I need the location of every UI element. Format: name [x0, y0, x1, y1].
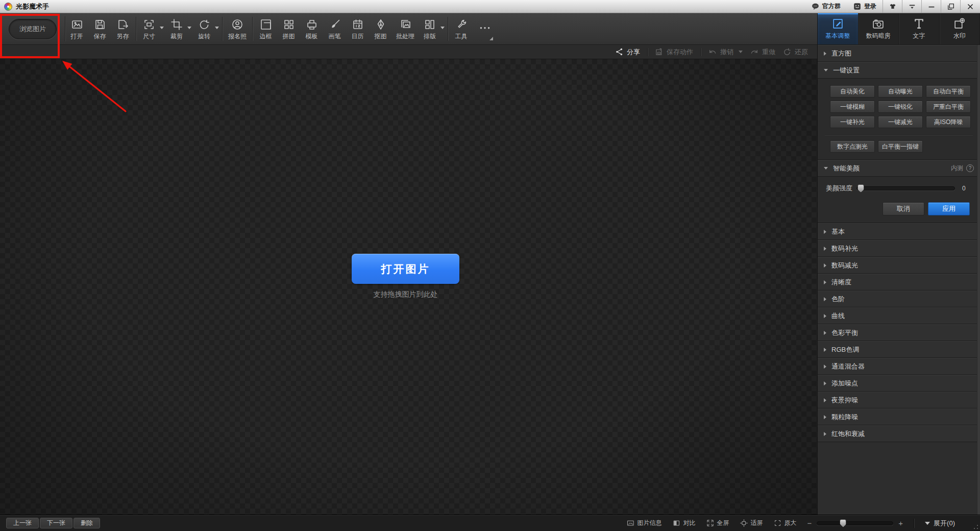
fit-screen-icon — [740, 519, 748, 527]
one-key-dim-light-button[interactable]: 一键减光 — [878, 116, 923, 128]
browse-images-button[interactable]: 浏览图片 — [9, 19, 57, 39]
share-button[interactable]: 分享 — [615, 47, 640, 57]
rotate-button[interactable]: 旋转 — [193, 13, 220, 44]
tab-basic-adjust[interactable]: 基本调整 — [818, 13, 859, 44]
more-tools-button[interactable] — [473, 13, 497, 44]
minimize-button[interactable] — [922, 0, 941, 13]
section-grain-denoise[interactable]: 颗粒降噪 — [818, 408, 980, 425]
crop-label: 裁剪 — [170, 32, 183, 41]
high-iso-denoise-button[interactable]: 高ISO降噪 — [926, 116, 971, 128]
cancel-button[interactable]: 取消 — [883, 202, 924, 215]
severe-white-balance-button[interactable]: 严重白平衡 — [926, 101, 971, 113]
zoom-in-button[interactable]: + — [898, 519, 903, 527]
camera-icon — [872, 17, 885, 30]
auto-exposure-button[interactable]: 自动曝光 — [878, 85, 923, 98]
auto-beautify-button[interactable]: 自动美化 — [830, 85, 875, 98]
actual-size-button[interactable]: 原大 — [774, 519, 797, 527]
resize-grip[interactable] — [973, 524, 978, 529]
resize-button[interactable]: 尺寸 — [138, 13, 165, 44]
login-button[interactable]: 登录 — [847, 0, 883, 13]
skin-button[interactable] — [883, 0, 902, 13]
calendar-button[interactable]: 日历 — [346, 13, 369, 44]
collage-button[interactable]: 拼图 — [277, 13, 300, 44]
tools-button[interactable]: 工具 — [450, 13, 473, 44]
help-icon[interactable]: ? — [966, 164, 974, 172]
section-channel-mixer[interactable]: 通道混合器 — [818, 358, 980, 375]
tab-text[interactable]: 文字 — [899, 13, 940, 44]
cutout-button[interactable]: 抠图 — [369, 13, 392, 44]
template-button[interactable]: 模板 — [300, 13, 323, 44]
chevron-down-icon[interactable] — [215, 27, 219, 29]
brush-button[interactable]: 画笔 — [323, 13, 346, 44]
section-digital-dim-light[interactable]: 数码减光 — [818, 257, 980, 274]
template-label: 模板 — [306, 32, 318, 41]
one-key-blur-button[interactable]: 一键模糊 — [830, 101, 875, 113]
batch-button[interactable]: 批处理 — [392, 13, 419, 44]
section-quick-settings[interactable]: 一键设置 — [818, 62, 980, 79]
official-group-button[interactable]: 官方群 — [805, 0, 847, 13]
zoom-out-button[interactable]: − — [807, 519, 812, 527]
crop-button[interactable]: 裁剪 — [165, 13, 193, 44]
digital-spot-metering-button[interactable]: 数字点测光 — [830, 140, 875, 153]
fit-screen-button[interactable]: 适屏 — [740, 519, 763, 527]
section-add-noise[interactable]: 添加噪点 — [818, 375, 980, 392]
save-as-button[interactable]: 另存 — [111, 13, 134, 44]
one-key-fill-light-button[interactable]: 一键补光 — [830, 116, 875, 128]
main-menu-button[interactable] — [902, 0, 922, 13]
zoom-slider[interactable] — [817, 521, 893, 525]
one-key-sharpen-button[interactable]: 一键锐化 — [878, 101, 923, 113]
id-photo-button[interactable]: 报名照 — [224, 13, 251, 44]
open-image-button[interactable]: 打开图片 — [352, 254, 459, 284]
white-balance-one-touch-button[interactable]: 白平衡一指键 — [878, 140, 923, 153]
compare-button[interactable]: 对比 — [673, 519, 696, 527]
border-label: 边框 — [260, 32, 272, 41]
fullscreen-icon — [706, 519, 714, 527]
chevron-down-icon — [824, 167, 828, 170]
section-digital-fill-light[interactable]: 数码补光 — [818, 240, 980, 257]
panel-scrollbar[interactable] — [977, 45, 980, 515]
section-levels[interactable]: 色阶 — [818, 291, 980, 307]
apply-button[interactable]: 应用 — [928, 202, 970, 215]
close-button[interactable] — [961, 0, 980, 13]
delete-image-button[interactable]: 删除 — [74, 518, 100, 528]
maximize-button[interactable] — [941, 0, 961, 13]
auto-white-balance-button[interactable]: 自动白平衡 — [926, 85, 971, 98]
section-rgb-tone[interactable]: RGB色调 — [818, 341, 980, 358]
save-button[interactable]: 保存 — [88, 13, 111, 44]
corner-resize-icon — [489, 37, 493, 40]
expand-tray-button[interactable]: 展开(0) — [925, 519, 955, 528]
chevron-down-icon[interactable] — [160, 27, 164, 29]
save-icon — [94, 18, 106, 31]
section-smart-beauty[interactable]: 智能美颜 内测 ? — [818, 160, 980, 177]
zoom-slider-handle[interactable] — [840, 519, 846, 527]
tab-watermark[interactable]: 水印 — [940, 13, 980, 44]
border-button[interactable]: 边框 — [254, 13, 277, 44]
toolbar-group-create: 边框 拼图 模板 画笔 — [254, 13, 446, 44]
open-button[interactable]: 打开 — [65, 13, 88, 44]
fullscreen-button[interactable]: 全屏 — [706, 519, 729, 527]
chevron-down-icon[interactable] — [440, 27, 445, 29]
section-clarity[interactable]: 清晰度 — [818, 274, 980, 291]
section-basic[interactable]: 基本 — [818, 223, 980, 240]
tab-darkroom[interactable]: 数码暗房 — [859, 13, 899, 44]
previous-image-button[interactable]: 上一张 — [6, 518, 39, 528]
next-image-button[interactable]: 下一张 — [40, 518, 72, 528]
save-action-button[interactable]: 保存动作 — [655, 47, 693, 57]
undo-button[interactable]: 撤销 — [708, 47, 743, 57]
section-histogram[interactable]: 直方图 — [818, 45, 980, 62]
redo-button[interactable]: 重做 — [750, 47, 775, 57]
beauty-strength-slider[interactable] — [856, 186, 955, 190]
chevron-down-icon[interactable] — [739, 51, 743, 53]
slider-handle[interactable] — [857, 184, 864, 192]
section-red-saturation-fade[interactable]: 红饱和衰减 — [818, 425, 980, 442]
image-info-button[interactable]: 图片信息 — [627, 519, 662, 527]
menu-chevron-icon — [908, 3, 916, 11]
section-curves[interactable]: 曲线 — [818, 307, 980, 324]
section-night-denoise[interactable]: 夜景抑噪 — [818, 392, 980, 408]
section-color-balance[interactable]: 色彩平衡 — [818, 324, 980, 341]
layout-button[interactable]: 排版 — [419, 13, 446, 44]
section-title: 清晰度 — [831, 278, 851, 287]
section-title: 数码减光 — [831, 261, 858, 270]
chevron-down-icon[interactable] — [187, 27, 191, 29]
revert-button[interactable]: 还原 — [782, 47, 808, 57]
